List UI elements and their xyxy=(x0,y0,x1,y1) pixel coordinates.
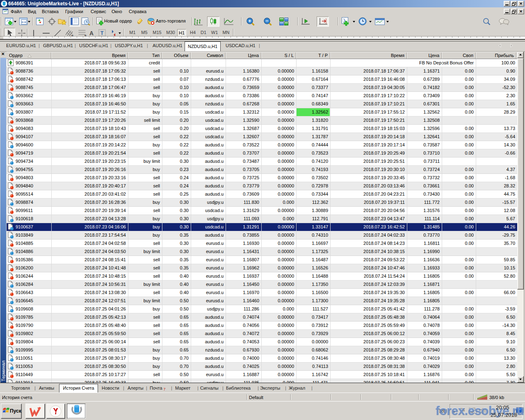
svg-text:T: T xyxy=(100,30,104,36)
